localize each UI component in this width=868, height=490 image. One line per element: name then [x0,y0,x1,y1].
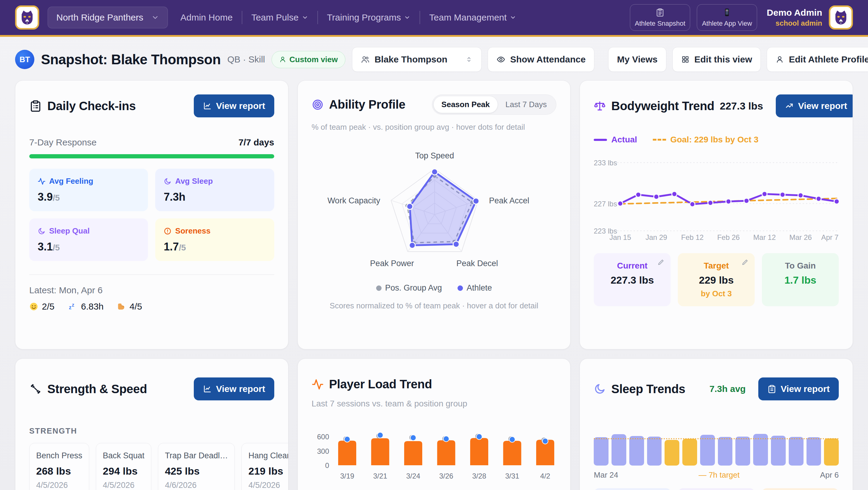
weight-point[interactable] [618,201,623,206]
sleep-bar[interactable] [682,439,697,466]
weight-point[interactable] [672,191,677,196]
load-bar[interactable] [404,441,422,465]
radar-point[interactable] [473,198,479,204]
sleep-bar[interactable] [807,437,821,466]
sleep-bar[interactable] [647,437,662,466]
exercise-back-squat[interactable]: Back Squat 294 lbs 4/5/2026 +25 lbs past… [96,443,151,490]
bodyweight-trend-card: Bodyweight Trend 227.3 lbs View report A… [580,80,853,349]
pencil-icon[interactable] [741,259,749,266]
load-bar[interactable] [338,440,356,465]
sleep-chart [594,432,839,466]
pencil-icon[interactable] [657,259,664,266]
weight-point[interactable] [708,200,713,205]
athlete-load-dot[interactable] [410,435,416,440]
svg-text:3/26: 3/26 [439,472,453,480]
svg-text:Jan 15: Jan 15 [610,233,631,241]
athlete-load-dot[interactable] [476,434,482,440]
exercise-trap-bar-deadlift[interactable]: Trap Bar Deadl… 425 lbs 4/6/2026 -14 lbs… [158,443,235,490]
athlete-load-dot[interactable] [542,438,548,444]
edit-athlete-profile-button[interactable]: Edit Athlete Profile [767,47,868,72]
radar-point[interactable] [409,242,415,248]
topbar-right: Athlete Snapshot Athlete App View Demo A… [630,4,853,31]
team-selector[interactable]: North Ridge Panthers [48,7,168,28]
nav-links: Admin Home Team Pulse Training Programs … [181,11,517,24]
nav-team-management[interactable]: Team Management [429,12,516,23]
sleep-bar[interactable] [718,437,733,466]
nav-training-programs[interactable]: Training Programs [327,12,411,23]
header-controls: Blake Thompson Show Attendance My Views … [352,47,868,72]
tile-current: Current 227.3 lbs [594,253,671,306]
custom-view-badge[interactable]: Custom view [272,51,345,68]
athlete-selector[interactable]: Blake Thompson [352,47,482,72]
activity-icon [312,378,324,391]
weight-point[interactable] [726,199,731,204]
stat-sleep-quality: Sleep Qual 3.1/5 [29,219,148,261]
weight-point[interactable] [762,191,767,196]
moon-icon [38,227,45,235]
athlete-snapshot-button[interactable]: Athlete Snapshot [630,4,690,31]
radar-point[interactable] [407,203,412,209]
team-logo[interactable] [15,5,39,30]
weight-point[interactable] [744,198,749,203]
exercise-bench-press[interactable]: Bench Press 268 lbs 4/5/2026 +66 lbs pas… [29,443,89,490]
weight-point[interactable] [780,192,785,197]
bodyweight-tiles: Current 227.3 lbs Target 229 lbs by Oct … [594,253,839,306]
sleep-bar[interactable] [824,438,839,466]
view-report-button[interactable]: View report [776,94,853,117]
svg-text:Mar 26: Mar 26 [789,233,812,241]
bodyweight-legend: Actual Goal: 229 lbs by Oct 3 [594,135,839,145]
radar-point[interactable] [432,169,438,175]
athlete-load-dot[interactable] [509,437,515,442]
chevron-down-icon [510,14,516,21]
legend-pos-group-avg: Pos. Group Avg [376,283,442,293]
muscle-icon [117,302,126,311]
weight-point[interactable] [690,202,695,207]
nav-team-pulse[interactable]: Team Pulse [251,12,308,23]
card-title: Daily Check-ins [47,99,135,113]
radar-legend: Pos. Group Avg Athlete [312,283,557,293]
load-bar[interactable] [503,441,521,465]
svg-text:Feb 12: Feb 12 [681,233,704,241]
sleep-bar[interactable] [771,436,786,466]
view-report-button[interactable]: View report [758,377,839,400]
weight-point[interactable] [798,193,803,198]
moon-icon [594,383,606,395]
load-bar[interactable] [371,438,389,465]
sleep-chart-labels: Mar 24 — 7h target Apr 6 [594,470,839,480]
svg-text:3/31: 3/31 [505,472,519,480]
sleep-bar[interactable] [594,437,609,466]
my-views-button[interactable]: My Views [608,47,666,72]
nav-admin-home[interactable]: Admin Home [181,12,233,23]
weight-point[interactable] [636,192,641,197]
toggle-season-peak[interactable]: Season Peak [434,96,498,113]
weight-point[interactable] [816,196,821,201]
radar-chart: Top SpeedPeak AccelPeak DecelPeak PowerW… [312,140,558,282]
athlete-load-dot[interactable] [344,436,350,442]
sleep-bar[interactable] [789,437,804,466]
athlete-selector-value: Blake Thompson [375,54,460,64]
view-report-button[interactable]: View report [194,94,274,117]
load-bar[interactable] [437,440,455,465]
svg-text:233 lbs: 233 lbs [594,159,617,167]
toggle-last-7-days[interactable]: Last 7 Days [498,96,555,113]
sleep-bar[interactable] [700,435,715,466]
weight-point[interactable] [654,194,659,199]
moon-icon [164,177,172,185]
edit-this-view-button[interactable]: Edit this view [673,47,761,72]
sleep-bar[interactable] [735,437,750,466]
athlete-app-view-button[interactable]: Athlete App View [697,4,757,31]
show-attendance-button[interactable]: Show Attendance [488,47,595,72]
athlete-load-dot[interactable] [443,436,449,442]
sleep-bar[interactable] [664,440,679,466]
radar-axis-label: Top Speed [415,151,454,160]
ability-range-toggle: Season Peak Last 7 Days [432,94,557,115]
athlete-load-dot[interactable] [377,432,383,438]
weight-point[interactable] [834,199,839,204]
sleep-bar[interactable] [629,436,644,466]
load-bar[interactable] [470,438,488,465]
radar-point[interactable] [453,241,459,247]
user-avatar[interactable] [829,5,853,30]
exercise-hang-clean[interactable]: Hang Clean 219 lbs 4/5/2026 +25 lbs past… [241,443,288,490]
clipboard-icon [767,384,776,394]
view-report-button[interactable]: View report [194,377,274,400]
